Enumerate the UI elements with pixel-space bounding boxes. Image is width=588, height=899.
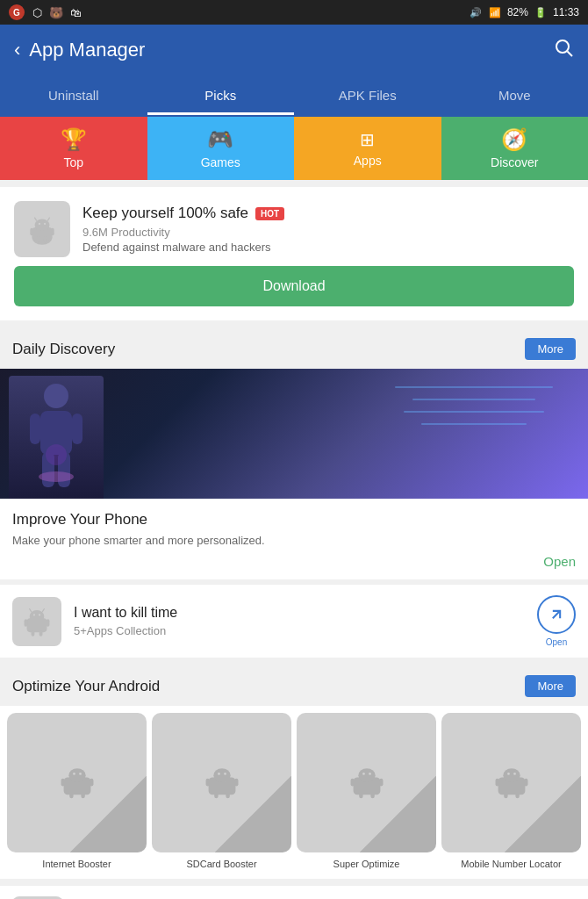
mobile-locator-label: Mobile Number Locator [461, 858, 561, 870]
wifi-icon: 📶 [488, 5, 502, 19]
discovery-open-label[interactable]: Open [12, 554, 576, 569]
svg-rect-12 [44, 236, 47, 242]
category-discover[interactable]: 🧭 Discover [441, 117, 589, 180]
optimize-header: Optimize Your Android More [0, 665, 588, 706]
hot-badge: HOT [255, 207, 284, 220]
svg-point-34 [73, 773, 75, 775]
super-optimize-icon [297, 713, 436, 852]
optimize-app-super-optimize: Super Optimize [297, 713, 436, 870]
glow-lines [395, 386, 570, 483]
svg-rect-45 [234, 778, 238, 786]
kill-time-open-wrap: Open [537, 595, 576, 647]
search-button[interactable] [553, 37, 574, 63]
time-text: 11:33 [553, 6, 579, 18]
optimize-more-button[interactable]: More [525, 675, 576, 697]
glow-line-1 [395, 386, 553, 388]
category-apps[interactable]: ⊞ Apps [294, 117, 441, 180]
category-bar: 🏆 Top 🎮 Games ⊞ Apps 🧭 Discover [0, 117, 588, 180]
svg-rect-60 [495, 778, 498, 786]
svg-rect-39 [81, 792, 84, 798]
page-title: App Manager [29, 39, 145, 61]
category-top[interactable]: 🏆 Top [0, 117, 147, 180]
tab-bar: Uninstall Picks APK Files Move [0, 76, 588, 117]
svg-point-13 [44, 384, 68, 408]
svg-point-58 [507, 773, 510, 775]
daily-discovery-more-button[interactable]: More [525, 338, 576, 360]
category-apps-label: Apps [354, 154, 382, 168]
bottom-app-card: Super simple messaging 24M Communication [0, 886, 588, 899]
top-bar-left: ‹ App Manager [14, 39, 145, 61]
svg-rect-15 [30, 414, 40, 444]
svg-point-22 [30, 610, 45, 622]
category-top-label: Top [63, 155, 83, 169]
sdcard-booster-icon [152, 713, 291, 852]
top-icon: 🏆 [61, 127, 87, 152]
svg-point-0 [556, 40, 569, 53]
svg-rect-27 [25, 619, 28, 626]
app-icon-u: 🐻 [49, 5, 63, 19]
svg-rect-11 [37, 236, 40, 242]
featured-description: Defend against malware and hackers [82, 241, 574, 254]
tab-apk-files[interactable]: APK Files [294, 76, 441, 115]
optimize-title: Optimize Your Android [12, 678, 160, 695]
tab-uninstall[interactable]: Uninstall [0, 76, 147, 115]
svg-rect-30 [39, 629, 43, 636]
battery-icon: 🔋 [534, 5, 548, 19]
apps-icon: ⊞ [360, 129, 375, 150]
svg-rect-38 [69, 792, 73, 798]
svg-point-51 [369, 773, 371, 775]
svg-rect-44 [205, 778, 209, 786]
kill-time-open-label: Open [546, 637, 567, 647]
games-icon: 🎮 [207, 127, 233, 152]
glow-line-2 [412, 399, 535, 400]
tab-picks[interactable]: Picks [147, 76, 295, 115]
status-bar: G ⬡ 🐻 🛍 🔊 📶 82% 🔋 11:33 [0, 0, 588, 25]
svg-rect-9 [30, 228, 33, 235]
svg-rect-61 [524, 778, 527, 786]
app-icon-g: G [9, 4, 25, 20]
optimize-app-internet-booster: Internet Booster [7, 713, 147, 870]
featured-text: Keep yourself 100% safe HOT 9.6M Product… [82, 205, 574, 254]
svg-point-23 [33, 614, 35, 615]
daily-discovery-title: Daily Discovery [12, 341, 115, 358]
svg-rect-10 [51, 228, 54, 235]
optimize-app-sdcard-booster: SDCard Booster [152, 713, 291, 870]
svg-point-19 [39, 471, 74, 482]
svg-line-7 [35, 218, 37, 220]
svg-point-59 [513, 773, 516, 775]
featured-app-icon [14, 201, 70, 257]
svg-rect-53 [379, 778, 383, 786]
top-bar: ‹ App Manager [0, 25, 588, 76]
status-icons-left: G ⬡ 🐻 🛍 [9, 4, 82, 20]
svg-point-49 [358, 768, 375, 782]
discovery-description: Make your phone smarter and more persona… [12, 534, 576, 547]
kill-time-title: I want to kill time [74, 605, 525, 621]
svg-rect-37 [90, 778, 93, 786]
svg-rect-16 [72, 414, 82, 444]
category-games[interactable]: 🎮 Games [147, 117, 295, 180]
discovery-image [0, 369, 588, 499]
kill-time-open-button[interactable] [537, 595, 576, 634]
kill-time-subtitle: 5+Apps Collection [74, 624, 525, 637]
svg-point-57 [503, 768, 520, 782]
discover-icon: 🧭 [501, 127, 527, 152]
svg-rect-46 [214, 792, 218, 798]
featured-card: Keep yourself 100% safe HOT 9.6M Product… [0, 187, 588, 320]
status-icons-right: 🔊 📶 82% 🔋 11:33 [469, 5, 579, 19]
discovery-card: Improve Your Phone Make your phone smart… [0, 369, 588, 579]
tab-move[interactable]: Move [441, 76, 589, 115]
glow-line-4 [421, 423, 527, 425]
back-button[interactable]: ‹ [14, 39, 20, 61]
svg-point-50 [362, 773, 365, 775]
featured-subtitle: 9.6M Productivity [82, 226, 574, 239]
svg-rect-36 [61, 778, 64, 786]
optimize-app-mobile-locator: Mobile Number Locator [441, 713, 581, 870]
super-optimize-label: Super Optimize [333, 858, 400, 870]
mobile-locator-icon [441, 713, 581, 852]
svg-line-31 [553, 611, 560, 618]
svg-point-6 [44, 223, 46, 225]
discovery-title: Improve Your Phone [12, 511, 576, 529]
download-button[interactable]: Download [14, 266, 574, 306]
svg-rect-52 [350, 778, 354, 786]
svg-point-35 [79, 773, 82, 775]
